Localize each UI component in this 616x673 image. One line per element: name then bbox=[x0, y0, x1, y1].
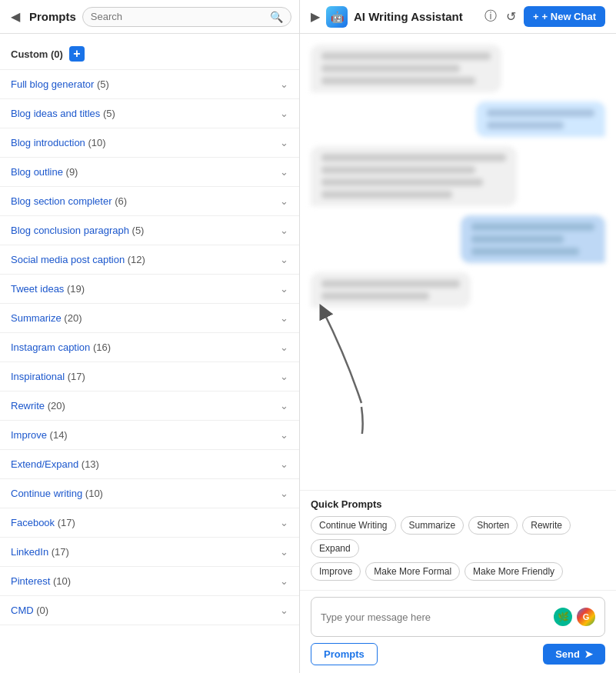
list-item[interactable]: Full blog generator (5) ⌄ bbox=[0, 70, 299, 99]
quick-prompts-title: Quick Prompts bbox=[311, 498, 605, 510]
chevron-down-icon: ⌄ bbox=[280, 312, 288, 324]
search-icon: 🔍 bbox=[270, 11, 283, 23]
left-panel: ◀ Prompts 🔍 Custom (0) + Full blog gener… bbox=[0, 0, 300, 673]
collapse-button[interactable]: ◀ bbox=[8, 8, 23, 25]
qp-make-friendly[interactable]: Make More Friendly bbox=[464, 562, 563, 581]
message-input-area: 🌿 G Prompts Send ➤ bbox=[300, 590, 616, 673]
history-button[interactable]: ↺ bbox=[504, 8, 518, 25]
message-input-box: 🌿 G bbox=[311, 597, 605, 637]
bottom-actions: Prompts Send ➤ bbox=[311, 643, 605, 665]
list-item[interactable]: Continue writing (10) ⌄ bbox=[0, 479, 299, 508]
chevron-down-icon: ⌄ bbox=[280, 78, 288, 90]
search-box: 🔍 bbox=[82, 7, 291, 27]
right-header: ▶ 🤖 AI Writing Assistant ⓘ ↺ + + New Cha… bbox=[300, 0, 616, 34]
bot-icon: 🤖 bbox=[326, 6, 348, 28]
list-item[interactable]: Blog section completer (6) ⌄ bbox=[0, 187, 299, 216]
qp-rewrite[interactable]: Rewrite bbox=[522, 516, 571, 535]
send-icon: ➤ bbox=[584, 648, 593, 660]
quick-prompts-section: Quick Prompts Continue Writing Summarize… bbox=[300, 490, 616, 590]
qp-improve[interactable]: Improve bbox=[311, 562, 361, 581]
right-panel: ▶ 🤖 AI Writing Assistant ⓘ ↺ + + New Cha… bbox=[300, 0, 616, 673]
list-item[interactable]: Inspirational (17) ⌄ bbox=[0, 362, 299, 391]
list-item[interactable]: Rewrite (20) ⌄ bbox=[0, 391, 299, 421]
list-item[interactable]: Tweet ideas (19) ⌄ bbox=[0, 275, 299, 304]
search-input[interactable] bbox=[91, 11, 265, 22]
qp-continue-writing[interactable]: Continue Writing bbox=[311, 516, 396, 535]
chevron-down-icon: ⌄ bbox=[280, 575, 288, 587]
chevron-down-icon: ⌄ bbox=[280, 166, 288, 178]
list-item[interactable]: Social media post caption (12) ⌄ bbox=[0, 245, 299, 275]
message-input[interactable] bbox=[321, 611, 554, 623]
right-panel-title: AI Writing Assistant bbox=[354, 10, 477, 23]
chevron-down-icon: ⌄ bbox=[280, 488, 288, 499]
bot-message bbox=[311, 272, 605, 308]
bot-message bbox=[311, 45, 605, 92]
chevron-down-icon: ⌄ bbox=[280, 195, 288, 207]
left-header: ◀ Prompts 🔍 bbox=[0, 0, 299, 34]
chevron-down-icon: ⌄ bbox=[280, 341, 288, 353]
chevron-down-icon: ⌄ bbox=[280, 108, 288, 119]
chevron-down-icon: ⌄ bbox=[280, 517, 288, 528]
list-item[interactable]: Blog introduction (10) ⌄ bbox=[0, 128, 299, 158]
chevron-down-icon: ⌄ bbox=[280, 605, 288, 616]
list-item[interactable]: Improve (14) ⌄ bbox=[0, 421, 299, 450]
chevron-down-icon: ⌄ bbox=[280, 400, 288, 411]
leaf-icon[interactable]: 🌿 bbox=[554, 608, 572, 626]
list-item[interactable]: Facebook (17) ⌄ bbox=[0, 508, 299, 538]
new-chat-button[interactable]: + + New Chat bbox=[524, 6, 605, 27]
send-button[interactable]: Send ➤ bbox=[543, 644, 605, 665]
bot-message bbox=[311, 146, 605, 206]
custom-label: Custom (0) bbox=[11, 48, 63, 60]
list-item[interactable]: Blog ideas and titles (5) ⌄ bbox=[0, 99, 299, 128]
prompts-list: Custom (0) + Full blog generator (5) ⌄ B… bbox=[0, 34, 299, 673]
chevron-down-icon: ⌄ bbox=[280, 283, 288, 295]
custom-row[interactable]: Custom (0) + bbox=[0, 38, 299, 70]
chevron-down-icon: ⌄ bbox=[280, 458, 288, 470]
qp-shorten[interactable]: Shorten bbox=[468, 516, 518, 535]
list-item[interactable]: Blog outline (9) ⌄ bbox=[0, 158, 299, 187]
quick-prompt-tags: Continue Writing Summarize Shorten Rewri… bbox=[311, 516, 605, 558]
chevron-down-icon: ⌄ bbox=[280, 225, 288, 236]
chevron-down-icon: ⌄ bbox=[280, 371, 288, 382]
input-action-icons: 🌿 G bbox=[554, 608, 595, 626]
list-item[interactable]: LinkedIn (17) ⌄ bbox=[0, 538, 299, 567]
qp-summarize[interactable]: Summarize bbox=[401, 516, 464, 535]
list-item[interactable]: CMD (0) ⌄ bbox=[0, 596, 299, 625]
header-icons: ⓘ ↺ + + New Chat bbox=[483, 6, 605, 27]
chevron-down-icon: ⌄ bbox=[280, 137, 288, 148]
google-icon[interactable]: G bbox=[577, 608, 595, 626]
chevron-down-icon: ⌄ bbox=[280, 254, 288, 265]
plus-icon: + bbox=[533, 11, 539, 22]
chat-area[interactable] bbox=[300, 34, 616, 490]
user-message bbox=[311, 215, 605, 263]
info-button[interactable]: ⓘ bbox=[483, 7, 498, 26]
add-custom-button[interactable]: + bbox=[69, 46, 85, 62]
left-panel-title: Prompts bbox=[29, 10, 76, 23]
list-item[interactable]: Extend/Expand (13) ⌄ bbox=[0, 450, 299, 479]
qp-make-formal[interactable]: Make More Formal bbox=[365, 562, 460, 581]
expand-button[interactable]: ▶ bbox=[311, 9, 320, 24]
user-message bbox=[311, 102, 605, 137]
list-item[interactable]: Instagram caption (16) ⌄ bbox=[0, 333, 299, 362]
chevron-down-icon: ⌄ bbox=[280, 429, 288, 441]
prompts-button[interactable]: Prompts bbox=[311, 643, 378, 665]
chevron-down-icon: ⌄ bbox=[280, 546, 288, 558]
quick-prompt-tags-row2: Improve Make More Formal Make More Frien… bbox=[311, 562, 605, 581]
list-item[interactable]: Summarize (20) ⌄ bbox=[0, 304, 299, 333]
list-item[interactable]: Blog conclusion paragraph (5) ⌄ bbox=[0, 216, 299, 245]
list-item[interactable]: Pinterest (10) ⌄ bbox=[0, 567, 299, 596]
qp-expand[interactable]: Expand bbox=[311, 539, 359, 558]
